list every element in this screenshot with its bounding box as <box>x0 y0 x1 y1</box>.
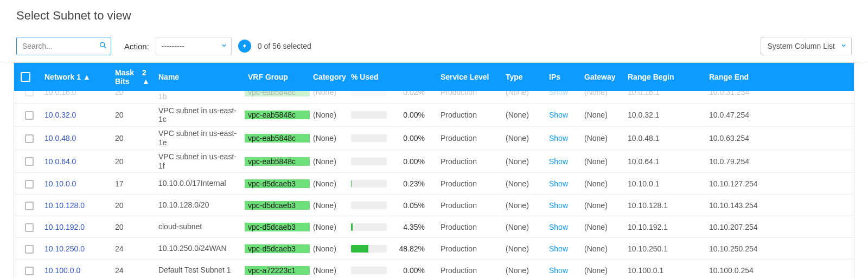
column-list-button[interactable]: System Column List <box>761 37 852 55</box>
ips-link[interactable]: Show <box>549 111 568 119</box>
network-link[interactable]: 10.0.48.0 <box>44 134 76 143</box>
col-network[interactable]: Network 1 ▲ <box>41 73 112 81</box>
name-cell: 10.10.128.0/20 <box>155 201 245 210</box>
col-type[interactable]: Type <box>502 73 546 81</box>
table-row[interactable]: 10.10.0.01710.10.0.0/17Internalvpc-d5dca… <box>14 172 854 194</box>
ips-link[interactable]: Show <box>549 91 568 96</box>
action-label: Action: <box>124 42 149 51</box>
range-end-cell: 10.10.127.254 <box>706 179 793 188</box>
search-input[interactable] <box>16 37 111 55</box>
table-row[interactable]: 10.0.64.020VPC subnet in us-east-1fvpc-e… <box>14 150 854 173</box>
ips-link[interactable]: Show <box>549 201 568 210</box>
used-bar <box>351 267 387 274</box>
type-cell: (None) <box>502 201 546 210</box>
type-cell: (None) <box>502 91 546 96</box>
vrf-cell: vpc-d5dcaeb3 <box>245 179 310 188</box>
col-range-end[interactable]: Range End <box>706 73 793 81</box>
page-title: Select Subnet to view <box>0 0 868 33</box>
row-checkbox[interactable] <box>25 223 34 232</box>
row-checkbox[interactable] <box>25 202 34 210</box>
network-link[interactable]: 10.10.0.0 <box>44 179 76 188</box>
mask-cell: 20 <box>112 134 155 143</box>
row-checkbox[interactable] <box>25 180 34 189</box>
row-checkbox[interactable] <box>25 245 34 254</box>
column-list-label: System Column List <box>768 42 835 50</box>
col-network-label: Network <box>44 73 74 81</box>
col-range-begin[interactable]: Range Begin <box>624 73 706 81</box>
category-cell: (None) <box>310 111 348 119</box>
used-bar <box>351 245 387 253</box>
table-row[interactable]: 10.100.0.024Default Test Subnet 1vpc-a72… <box>14 259 854 278</box>
col-used[interactable]: % Used <box>348 73 437 81</box>
bolt-icon[interactable] <box>238 40 251 53</box>
col-gateway[interactable]: Gateway <box>581 73 624 81</box>
table-row[interactable]: 10.0.48.020VPC subnet in us-east-1evpc-e… <box>14 126 854 150</box>
range-begin-cell: 10.0.64.1 <box>624 157 706 166</box>
name-cell: 10.10.0.0/17Internal <box>155 179 245 188</box>
table-header: Network 1 ▲ Mask Bits 2 ▲ Name VRF Group… <box>14 63 854 91</box>
row-checkbox[interactable] <box>25 157 34 166</box>
gateway-cell: (None) <box>581 201 624 210</box>
col-name[interactable]: Name <box>155 73 245 82</box>
range-begin-cell: 10.0.32.1 <box>624 111 706 119</box>
mask-cell: 20 <box>112 111 155 119</box>
action-select[interactable]: --------- <box>156 37 232 55</box>
col-mask[interactable]: Mask Bits 2 ▲ <box>112 68 155 86</box>
table-row[interactable]: 10.0.16.020VPC subnet in us-east-1bvpc-e… <box>14 91 854 104</box>
ips-link[interactable]: Show <box>549 223 568 231</box>
service-cell: Production <box>437 223 502 231</box>
row-checkbox[interactable] <box>25 111 34 120</box>
select-all-checkbox[interactable] <box>21 72 30 82</box>
table-row[interactable]: 10.10.250.02410.10.250.0/24WANvpc-d5dcae… <box>14 237 854 259</box>
gateway-cell: (None) <box>581 244 624 253</box>
range-begin-cell: 10.0.16.1 <box>624 91 706 96</box>
range-begin-cell: 10.0.48.1 <box>624 134 706 143</box>
range-end-cell: 10.10.207.254 <box>706 223 793 231</box>
network-link[interactable]: 10.0.64.0 <box>44 157 76 166</box>
table-row[interactable]: 10.10.192.020cloud-subnetvpc-d5dcaeb3(No… <box>14 216 854 237</box>
service-cell: Production <box>437 266 502 275</box>
used-bar <box>351 134 387 142</box>
used-cell: 48.82% <box>351 244 434 253</box>
used-bar <box>351 158 387 165</box>
ips-link[interactable]: Show <box>549 244 568 253</box>
ips-link[interactable]: Show <box>549 157 568 166</box>
vrf-cell: vpc-eab5848c <box>245 91 310 96</box>
selection-count: 0 of 56 selected <box>258 42 311 50</box>
table-row[interactable]: 10.0.32.020VPC subnet in us-east-1cvpc-e… <box>14 104 854 127</box>
row-checkbox[interactable] <box>25 267 34 275</box>
col-service[interactable]: Service Level <box>437 73 502 81</box>
name-cell: VPC subnet in us-east-1e <box>155 129 245 147</box>
col-ips[interactable]: IPs <box>546 73 581 81</box>
used-cell: 0.23% <box>351 179 434 188</box>
col-vrf[interactable]: VRF Group <box>245 73 310 81</box>
network-link[interactable]: 10.0.32.0 <box>44 111 76 119</box>
row-checkbox[interactable] <box>25 134 34 143</box>
table-row[interactable]: 10.10.128.02010.10.128.0/20vpc-d5dcaeb3(… <box>14 194 854 216</box>
used-pct: 0.00% <box>392 134 425 143</box>
network-link[interactable]: 10.100.0.0 <box>44 266 80 275</box>
used-pct: 0.02% <box>392 91 425 96</box>
network-link[interactable]: 10.10.128.0 <box>44 201 85 210</box>
table-body[interactable]: 10.0.16.020VPC subnet in us-east-1bvpc-e… <box>14 91 854 278</box>
range-end-cell: 10.100.0.254 <box>706 266 793 275</box>
network-link[interactable]: 10.0.16.0 <box>44 91 76 96</box>
used-pct: 0.00% <box>392 111 425 119</box>
row-checkbox[interactable] <box>25 91 34 96</box>
mask-cell: 20 <box>112 91 155 96</box>
search-wrap <box>16 37 111 55</box>
network-link[interactable]: 10.10.250.0 <box>44 244 85 253</box>
network-link[interactable]: 10.10.192.0 <box>44 223 85 231</box>
category-cell: (None) <box>310 266 348 275</box>
used-pct: 4.35% <box>392 223 425 231</box>
used-cell: 0.02% <box>351 91 434 96</box>
ips-link[interactable]: Show <box>549 134 568 143</box>
ips-link[interactable]: Show <box>549 179 568 188</box>
service-cell: Production <box>437 134 502 143</box>
ips-link[interactable]: Show <box>549 266 568 275</box>
category-cell: (None) <box>310 157 348 166</box>
vrf-cell: vpc-eab5848c <box>245 134 310 143</box>
used-bar <box>351 111 387 119</box>
vrf-cell: vpc-eab5848c <box>245 157 310 166</box>
col-category[interactable]: Category <box>310 73 348 81</box>
